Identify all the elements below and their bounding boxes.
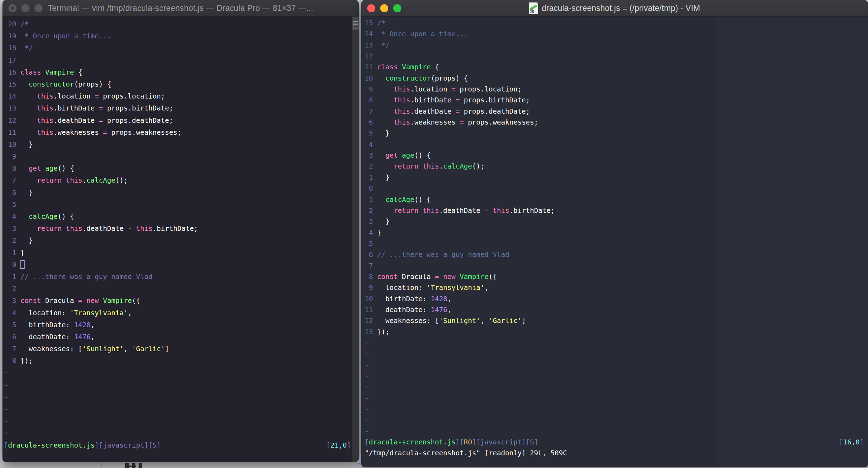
code-segment: .deathDate xyxy=(53,116,99,125)
code-segment xyxy=(439,273,443,281)
tilde-line: ~ xyxy=(4,379,359,391)
terminal-scrollbar[interactable] xyxy=(352,17,359,462)
code-segment: } xyxy=(20,249,25,257)
line-number: 6 xyxy=(4,187,16,199)
tilde: ~ xyxy=(4,417,8,425)
code-segment: this xyxy=(37,128,53,137)
code-segment: calcAge xyxy=(28,213,57,221)
code-segment: , xyxy=(91,333,95,341)
code-segment xyxy=(419,207,423,215)
code-line: 12 this.deathDate = props.deathDate; xyxy=(4,115,359,127)
code-segment: calcAge xyxy=(385,196,414,204)
code-segment: .deathDate xyxy=(410,107,455,115)
code-segment: = xyxy=(99,104,103,112)
line-number: 13 xyxy=(365,327,373,337)
minimize-button[interactable] xyxy=(21,4,30,12)
zoom-button[interactable] xyxy=(393,4,401,12)
code-line: 4 xyxy=(365,139,868,150)
tilde: ~ xyxy=(365,383,369,391)
line-number: 8 xyxy=(4,355,16,367)
code-line: 10 } xyxy=(4,139,359,151)
code-segment: , xyxy=(447,295,452,303)
status-bracket: ] xyxy=(144,441,148,449)
code-segment: constructor xyxy=(385,74,431,82)
code-segment: * Once upon a time... xyxy=(377,30,468,38)
code-segment xyxy=(132,224,136,233)
split-pane-button[interactable] xyxy=(352,17,359,30)
desktop-window-seam xyxy=(101,462,102,468)
tilde-line: ~ xyxy=(365,415,868,425)
code-line: 1 } xyxy=(365,172,868,183)
code-line: 2 return this.deathDate - this.birthDate… xyxy=(365,205,868,216)
code-segment: = xyxy=(455,96,460,104)
code-segment: () { xyxy=(58,213,74,221)
code-segment: .deathDate xyxy=(82,224,128,233)
code-segment: return xyxy=(394,207,418,215)
code-line: 6 this.weaknesses = props.weaknesses; xyxy=(365,117,868,128)
code-segment: Vampire xyxy=(460,273,489,281)
js-file-icon-label: JS xyxy=(530,10,534,14)
tilde: ~ xyxy=(365,405,369,413)
code-segment: props.weaknesses; xyxy=(464,118,538,126)
line-number: 13 xyxy=(365,40,373,51)
line-number: 19 xyxy=(4,30,16,42)
code-line: 20 /* xyxy=(4,18,359,30)
code-segment: () { xyxy=(414,151,431,159)
code-segment: - xyxy=(485,207,489,215)
line-number: 11 xyxy=(365,62,373,72)
line-number: 9 xyxy=(365,84,373,95)
code-segment xyxy=(377,162,394,170)
line-number: 12 xyxy=(4,115,16,127)
code-segment: return xyxy=(37,176,62,184)
line-number: 11 xyxy=(365,304,373,315)
tilde: ~ xyxy=(365,372,369,380)
code-segment xyxy=(377,207,394,215)
macvim-titlebar[interactable]: JS dracula-screenshot.js = (/private/tmp… xyxy=(361,0,868,17)
code-segment: this xyxy=(37,92,53,100)
code-line: 12 weaknesses: ['Sunlight', 'Garlic'] xyxy=(365,315,868,326)
code-segment xyxy=(20,128,37,137)
code-segment: 1476 xyxy=(74,333,91,341)
close-button[interactable] xyxy=(367,4,375,12)
tilde: ~ xyxy=(365,361,369,369)
vim-editor-left[interactable]: 20 /*19 * Once upon a time...18 */17 16 … xyxy=(2,17,359,462)
code-segment: ] xyxy=(165,345,169,353)
code-segment: this xyxy=(394,96,410,104)
zoom-button[interactable] xyxy=(34,4,43,12)
code-line: 17 xyxy=(4,55,359,67)
code-line: 8 }); xyxy=(4,355,359,367)
status-left: [dracula-screenshot.js][javascript][S] xyxy=(4,439,161,451)
close-button[interactable] xyxy=(8,4,17,12)
code-segment: { xyxy=(74,68,82,76)
terminal-titlebar[interactable]: Terminal — vim /tmp/dracula-screenshot.j… xyxy=(2,0,359,17)
code-segment: .location xyxy=(410,85,451,93)
code-segment: .deathDate xyxy=(439,207,484,215)
status-filename: dracula-screenshot.js xyxy=(8,441,95,449)
status-flag: javascript xyxy=(480,438,522,446)
minimize-button[interactable] xyxy=(380,4,388,12)
code-segment: } xyxy=(20,140,33,148)
code-segment: } xyxy=(377,173,389,182)
code-segment: this xyxy=(422,162,439,170)
code-segment xyxy=(20,80,28,88)
vim-editor-right[interactable]: 15 /*14 * Once upon a time...13 */12 11 … xyxy=(361,17,868,467)
line-number: 12 xyxy=(365,315,373,326)
code-segment: - xyxy=(128,224,132,233)
code-line: 6 } xyxy=(4,187,359,199)
code-segment: props.location; xyxy=(99,92,165,100)
code-segment xyxy=(20,224,37,233)
code-segment: get xyxy=(28,164,41,172)
code-line: 11 this.weaknesses = props.weaknesses; xyxy=(4,127,359,139)
code-segment xyxy=(20,92,37,100)
status-flag: S xyxy=(153,441,157,449)
code-segment xyxy=(377,151,385,159)
code-segment: ({ xyxy=(132,297,140,305)
code-segment: age xyxy=(45,164,57,172)
code-segment xyxy=(455,273,460,281)
tilde-line: ~ xyxy=(365,404,868,415)
code-segment: this xyxy=(37,116,53,125)
status-line: [dracula-screenshot.js][javascript][S][2… xyxy=(4,439,359,451)
code-line: 9 location: 'Transylvania', xyxy=(365,282,868,293)
status-bracket: [ xyxy=(476,438,480,446)
code-segment: ({ xyxy=(489,273,497,281)
